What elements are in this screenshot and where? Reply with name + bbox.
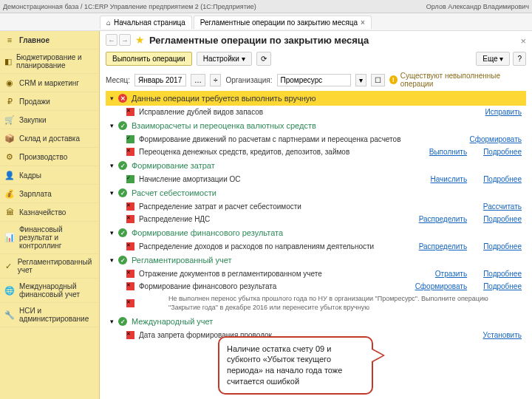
- help-button[interactable]: ?: [513, 52, 526, 66]
- section-title: Международный учет: [132, 317, 213, 326]
- operation-link[interactable]: Исправить: [485, 108, 522, 116]
- status-icon: ✓: [126, 135, 134, 143]
- warning-icon: !: [389, 75, 398, 84]
- status-icon: ✕: [126, 242, 134, 250]
- sidebar-item[interactable]: ◧Бюджетирование и планирование: [0, 50, 99, 74]
- sidebar: ≡Главное◧Бюджетирование и планирование◉C…: [0, 31, 100, 399]
- operation-link[interactable]: Сформировать: [470, 135, 522, 143]
- org-input[interactable]: [277, 74, 351, 86]
- section-header[interactable]: ▾ ✓ Расчет себестоимости: [106, 185, 526, 200]
- sidebar-item-label: Главное: [19, 36, 50, 44]
- sidebar-icon: ₽: [4, 96, 15, 106]
- section-header[interactable]: ▾ ✓ Регламентированный учет: [106, 253, 526, 267]
- operation-link[interactable]: Подробнее: [483, 242, 522, 250]
- more-button[interactable]: Еще ▾: [476, 52, 510, 66]
- operation-row: ✓ Формирование движений по расчетам с па…: [106, 133, 526, 146]
- operation-link[interactable]: Сформировать: [415, 282, 468, 290]
- close-icon[interactable]: ×: [361, 18, 365, 27]
- operation-link[interactable]: Подробнее: [483, 270, 522, 278]
- sidebar-item[interactable]: 💰Зарплата: [0, 185, 99, 203]
- operation-link[interactable]: Подробнее: [483, 282, 522, 290]
- operation-link[interactable]: Подробнее: [483, 148, 522, 156]
- status-icon: ✕: [126, 108, 134, 116]
- sidebar-item[interactable]: 📊Финансовый результат и контроллинг: [0, 222, 99, 254]
- status-icon: ✓: [118, 121, 127, 130]
- sidebar-item-label: Бюджетирование и планирование: [16, 53, 95, 69]
- sidebar-item[interactable]: ◉CRM и маркетинг: [0, 74, 99, 92]
- status-icon: ✓: [118, 228, 127, 237]
- sidebar-icon: 📦: [4, 133, 15, 143]
- refresh-button[interactable]: ⟳: [256, 52, 271, 66]
- operation-row: ✕ Распределение затрат и расчет себестои…: [106, 200, 526, 213]
- chevron-down-icon: ▾: [110, 162, 114, 169]
- tab-home[interactable]: ⌂ Начальная страница: [100, 16, 192, 29]
- org-dropdown-icon[interactable]: ▾: [355, 74, 366, 86]
- sidebar-item[interactable]: 🏛Казначейство: [0, 203, 99, 222]
- operation-link[interactable]: Начислить: [431, 175, 468, 183]
- operation-link[interactable]: Подробнее: [483, 215, 522, 223]
- sidebar-icon: ✓: [4, 261, 13, 271]
- tab-current[interactable]: Регламентные операции по закрытию месяца…: [194, 16, 372, 29]
- sidebar-item[interactable]: ⚙Производство: [0, 148, 99, 166]
- month-label: Месяц:: [106, 76, 130, 84]
- sidebar-item-label: НСИ и администрирование: [19, 307, 95, 323]
- sidebar-icon: ≡: [4, 35, 15, 45]
- operation-link[interactable]: Выполнить: [429, 148, 467, 156]
- month-nav-button[interactable]: ÷: [210, 74, 222, 86]
- section-header[interactable]: ▾ ✓ Формирование затрат: [106, 158, 526, 173]
- status-icon: ✕: [126, 202, 134, 211]
- section-header[interactable]: ▾ ✓ Формирование финансового результата: [106, 225, 526, 240]
- chevron-down-icon: ▾: [110, 229, 114, 236]
- settings-button[interactable]: Настройки ▾: [197, 52, 252, 66]
- status-icon: ✕: [126, 148, 134, 156]
- section-title: Формирование затрат: [132, 161, 215, 170]
- operation-note: Не выполнен перенос убытка прошлого года…: [139, 295, 522, 312]
- month-picker-button[interactable]: …: [191, 74, 205, 86]
- chevron-down-icon: ▾: [110, 256, 114, 264]
- sidebar-item-label: CRM и маркетинг: [19, 79, 79, 87]
- operation-link[interactable]: Распределить: [419, 242, 468, 250]
- operation-link[interactable]: Рассчитать: [483, 202, 522, 211]
- sidebar-item[interactable]: 🔧НСИ и администрирование: [0, 303, 99, 327]
- sidebar-item[interactable]: ₽Продажи: [0, 92, 99, 111]
- section-header[interactable]: ▾ ✓ Взаиморасчеты и переоценка валютных …: [106, 118, 526, 133]
- home-icon: ⌂: [106, 18, 111, 27]
- operation-link[interactable]: Распределить: [419, 215, 468, 223]
- sidebar-icon: ◧: [4, 56, 12, 66]
- annotation-callout: Наличие остатка счету 09 и субконто «Убы…: [218, 336, 373, 395]
- sidebar-icon: 🛒: [4, 115, 15, 125]
- operation-link[interactable]: Подробнее: [483, 175, 522, 183]
- status-icon: ✓: [126, 175, 134, 183]
- operation-link[interactable]: Установить: [483, 331, 522, 339]
- status-icon: ✓: [118, 161, 127, 170]
- org-label: Организация:: [225, 76, 272, 84]
- operation-link[interactable]: Отразить: [435, 270, 467, 278]
- operation-label: Переоценка денежных средств, кредитов, д…: [139, 148, 419, 156]
- month-input[interactable]: [134, 74, 186, 86]
- sidebar-item[interactable]: 📦Склад и доставка: [0, 129, 99, 148]
- nav-forward-icon[interactable]: →: [119, 34, 131, 46]
- sidebar-item-label: Зарплата: [19, 190, 52, 198]
- sidebar-item[interactable]: 👤Кадры: [0, 166, 99, 185]
- sidebar-item[interactable]: 🌐Международный финансовый учет: [0, 279, 99, 303]
- sidebar-item-label: Закупки: [19, 116, 46, 124]
- star-icon[interactable]: ★: [135, 34, 145, 46]
- operation-label: Начисление амортизации ОС: [139, 175, 420, 183]
- sidebar-item-label: Склад и доставка: [19, 134, 80, 143]
- operation-row: ✓ Начисление амортизации ОСНачислитьПодр…: [106, 173, 526, 185]
- nav-back-icon[interactable]: ←: [106, 34, 117, 46]
- execute-button[interactable]: Выполнить операции: [106, 52, 192, 66]
- section-header[interactable]: ▾ ✕ Данные операции требуется выполнить …: [106, 91, 526, 106]
- sidebar-item[interactable]: ✓Регламентированный учет: [0, 254, 99, 279]
- sidebar-icon: 🌐: [4, 285, 15, 296]
- org-clear-button[interactable]: ☐: [371, 74, 385, 86]
- sidebar-item-label: Регламентированный учет: [18, 258, 95, 274]
- close-page-icon[interactable]: ×: [520, 35, 526, 47]
- section-title: Взаиморасчеты и переоценка валютных сред…: [132, 121, 316, 130]
- sidebar-icon: 💰: [4, 188, 15, 199]
- sidebar-item[interactable]: 🛒Закупки: [0, 111, 99, 129]
- chevron-down-icon: ▾: [110, 95, 114, 102]
- sidebar-item[interactable]: ≡Главное: [0, 31, 99, 50]
- status-icon: ✓: [118, 256, 127, 265]
- section-header[interactable]: ▾ ✓ Международный учет: [106, 314, 526, 329]
